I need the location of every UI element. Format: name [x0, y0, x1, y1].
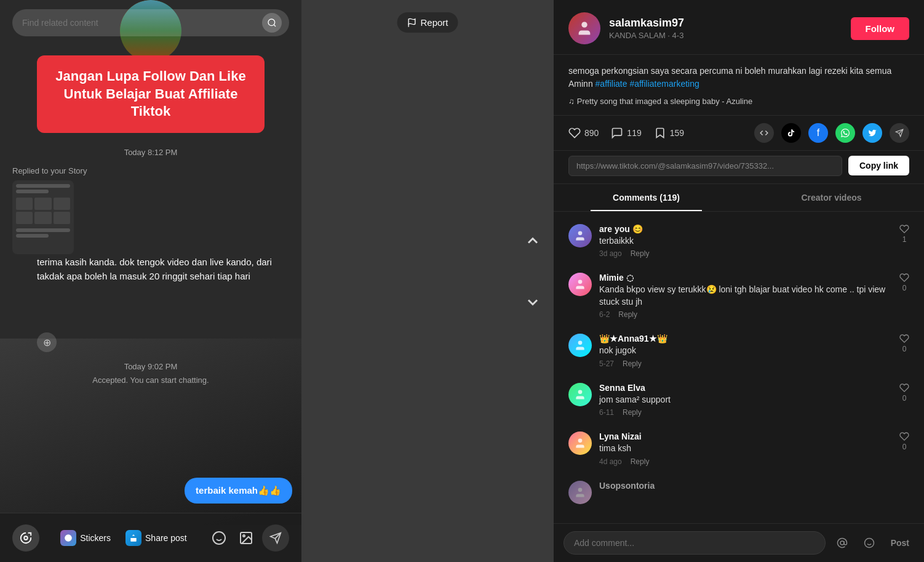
svg-point-17 — [578, 280, 583, 284]
right-panel: salamkasim97 KANDA SALAM · 4-3 Follow se… — [554, 0, 924, 562]
comment-like-button[interactable]: 0 — [899, 383, 909, 403]
bookmarks-action[interactable]: 159 — [654, 127, 684, 139]
reply-section: Replied to your Story — [12, 166, 289, 254]
stickers-button[interactable]: Stickers — [60, 530, 111, 546]
reply-screenshot — [12, 180, 74, 254]
whatsapp-share-button[interactable] — [835, 123, 855, 143]
reply-button[interactable]: Reply — [623, 408, 642, 417]
comment-body: Lyna Nizai tima ksh 4d ago Reply — [599, 432, 892, 466]
comment-username: Usopsontoria — [599, 481, 909, 491]
comment-body: Mimie ◌ Kanda bkpo view sy terukkk😢 loni… — [599, 273, 892, 319]
comment-input[interactable] — [564, 531, 826, 555]
comment-like-button[interactable]: 1 — [899, 224, 909, 244]
likes-action[interactable]: 890 — [568, 127, 599, 139]
username: salamkasim97 — [609, 17, 842, 30]
tabs-row: Comments (119) Creator videos — [554, 184, 924, 212]
ss-line-3 — [16, 228, 70, 232]
comment-like-button[interactable]: 0 — [899, 334, 909, 353]
svg-point-22 — [840, 541, 844, 545]
emoji-input-button[interactable] — [859, 532, 880, 553]
nav-up-button[interactable] — [524, 232, 541, 253]
like-count: 0 — [902, 284, 907, 292]
facebook-share-button[interactable]: f — [808, 123, 828, 143]
ss-cell-4 — [16, 212, 33, 224]
accepted-text: Accepted. You can start chatting. — [92, 375, 209, 385]
comment-item: 👑★Anna91★👑 nok jugok 5-27 Reply 0 — [554, 326, 924, 375]
send-button[interactable] — [262, 524, 289, 552]
comment-meta: 4d ago Reply — [599, 457, 892, 466]
svg-point-21 — [578, 488, 583, 492]
comment-avatar — [568, 224, 592, 247]
hashtag-2[interactable]: #affiliatemarketing — [629, 79, 699, 89]
copy-button[interactable]: Copy link — [848, 156, 909, 175]
ss-cell-5 — [34, 212, 51, 224]
comments-list: are you 😊 terbaikkk 3d ago Reply 1 — [554, 212, 924, 524]
comment-avatar — [568, 432, 592, 455]
emoji-button[interactable] — [208, 527, 230, 549]
comment-item: Mimie ◌ Kanda bkpo view sy terukkk😢 loni… — [554, 265, 924, 326]
bottom-toolbar: Stickers Share post — [0, 513, 301, 562]
user-avatar — [568, 12, 600, 44]
comment-username: Mimie ◌ — [599, 273, 892, 283]
ss-line-4 — [16, 234, 49, 238]
tiktok-share-button[interactable] — [781, 123, 801, 143]
more-share-button[interactable] — [890, 123, 909, 143]
reply-button[interactable]: Reply — [631, 457, 650, 466]
comment-meta: 6-11 Reply — [599, 408, 892, 417]
music-note: ♫ — [568, 95, 575, 108]
user-sub: KANDA SALAM · 4-3 — [609, 31, 842, 40]
svg-point-23 — [864, 539, 874, 548]
reply-button[interactable]: Reply — [631, 249, 650, 258]
red-banner: Jangan Lupa Follow Dan Like Untuk Belaja… — [37, 55, 265, 133]
reply-button[interactable]: Reply — [623, 359, 642, 368]
image-button[interactable] — [235, 527, 257, 549]
tab-creator-videos[interactable]: Creator videos — [739, 184, 924, 211]
mention-button[interactable] — [832, 532, 853, 553]
tab-comments[interactable]: Comments (119) — [554, 184, 739, 211]
camera-button[interactable] — [12, 524, 39, 552]
like-count: 0 — [902, 394, 907, 403]
svg-point-13 — [581, 22, 587, 28]
report-button[interactable]: Report — [397, 12, 458, 33]
replied-label: Replied to your Story — [12, 166, 289, 175]
post-comment-button[interactable]: Post — [886, 538, 914, 548]
timestamp-1: Today 8:12 PM — [124, 148, 178, 157]
link-bar: Copy link — [554, 151, 924, 184]
svg-point-18 — [578, 341, 583, 345]
sticker-icon — [60, 530, 76, 546]
comment-avatar — [568, 481, 592, 504]
search-icon-button[interactable] — [262, 13, 282, 33]
reaction-button[interactable]: ⊕ — [37, 332, 57, 352]
hashtag-1[interactable]: #affiliate — [595, 79, 627, 89]
comment-text: tima ksh — [599, 443, 892, 455]
like-count: 0 — [902, 443, 907, 451]
comment-meta: 5-27 Reply — [599, 359, 892, 368]
comment-username: 👑★Anna91★👑 — [599, 334, 892, 343]
music-line: ♫ Pretty song that imaged a sleeping bab… — [568, 95, 909, 108]
user-info: salamkasim97 KANDA SALAM · 4-3 — [609, 17, 842, 40]
nav-down-button[interactable] — [524, 294, 541, 315]
svg-point-2 — [24, 536, 28, 540]
svg-point-3 — [65, 534, 72, 542]
comment-like-button[interactable]: 0 — [899, 273, 909, 292]
follow-button[interactable]: Follow — [851, 17, 910, 40]
share-post-button[interactable]: Share post — [125, 530, 187, 546]
timestamp-2: Today 9:02 PM — [124, 362, 178, 371]
chat-bubble: terbaik kemah👍👍 — [185, 478, 292, 504]
music-text: Pretty song that imaged a sleeping baby … — [577, 95, 752, 108]
ss-line-1 — [16, 184, 70, 188]
comment-body: Senna Elva jom sama² support 6-11 Reply — [599, 383, 892, 417]
action-row: 890 119 159 f — [554, 116, 924, 151]
search-bar[interactable] — [12, 9, 289, 36]
link-input[interactable] — [568, 156, 842, 176]
like-count: 0 — [902, 345, 907, 353]
comments-action[interactable]: 119 — [611, 127, 641, 139]
ss-line-2 — [16, 190, 49, 193]
embed-button[interactable] — [754, 123, 774, 143]
search-input[interactable] — [22, 18, 262, 28]
twitter-share-button[interactable] — [862, 123, 882, 143]
comment-item: Usopsontoria — [554, 473, 924, 512]
comment-like-button[interactable]: 0 — [899, 432, 909, 451]
report-label: Report — [420, 17, 448, 28]
reply-button[interactable]: Reply — [618, 310, 637, 319]
